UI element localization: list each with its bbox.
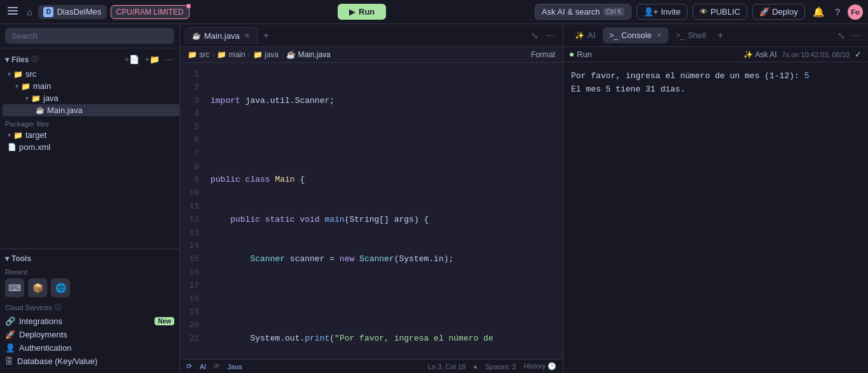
cloud-item-deployments[interactable]: 🚀 Deployments [5, 328, 174, 341]
help-button[interactable]: ? [832, 5, 843, 18]
breadcrumb-src[interactable]: 📁 src [188, 50, 209, 59]
line-num-10: 10 [180, 187, 199, 200]
recent-package-button[interactable]: 📦 [28, 278, 47, 297]
tools-section: ▾ Tools Recent ⌨ 📦 🌐 Cloud Services ⓘ [0, 248, 179, 373]
line-num-21: 21 [180, 332, 199, 346]
loading-spinner-icon: ⟳ [186, 362, 192, 370]
editor-menu-button[interactable]: ⋯ [544, 29, 558, 42]
shell-tab-label: Shell [687, 31, 706, 40]
code-line-2 [210, 134, 563, 147]
editor-tab-main-java[interactable]: ☕ Main.java ✕ [185, 27, 258, 44]
code-content[interactable]: import java.util.Scanner; public class M… [203, 63, 563, 359]
ask-ai-console-button[interactable]: ✨ Ask AI [743, 50, 777, 59]
chevron-icon: ▾ [8, 71, 11, 78]
code-line-1: import java.util.Scanner; [210, 95, 563, 108]
line-numbers: 1 2 3 4 5 6 7 8 9 10 11 12 13 14 15 16 1… [180, 63, 203, 359]
packager-tree: ▾ 📁 target 📄 pom.xml [0, 129, 179, 153]
breadcrumb-main[interactable]: 📁 main [217, 50, 245, 59]
ask-ai-console-label: Ask AI [755, 50, 777, 59]
line-num-15: 15 [180, 253, 199, 266]
tools-section-header[interactable]: ▾ Tools [0, 252, 179, 266]
files-section: ▾ Files ⓘ +📄 +📁 ⋯ ▾ 📁 src ▾ [0, 48, 179, 248]
file-tree-info-icon: ⓘ [31, 55, 38, 64]
panel-tab-shell[interactable]: >_ Shell [670, 27, 713, 43]
ask-ai-button[interactable]: Ask AI & search Ctrl K [535, 4, 631, 20]
run-icon: ▶ [349, 8, 355, 17]
run-button[interactable]: ▶ Run [338, 4, 386, 20]
ask-ai-shortcut: Ctrl K [603, 8, 624, 16]
sidebar-search-container [0, 24, 179, 48]
new-badge: New [155, 317, 174, 325]
shell-icon: >_ [676, 31, 685, 40]
notifications-button[interactable]: 🔔 [810, 5, 827, 19]
recent-globe-button[interactable]: 🌐 [51, 278, 70, 297]
run-indicator-button[interactable]: Run [570, 50, 592, 59]
deployments-icon: 🚀 [5, 330, 15, 339]
cpu-ram-label: CPU/RAM LIMITED [116, 8, 184, 17]
new-file-button[interactable]: +📄 [123, 53, 141, 65]
tree-label-main: main [33, 81, 51, 91]
chevron-icon: ▾ [15, 83, 18, 90]
public-button[interactable]: 👁 PUBLIC [692, 4, 747, 20]
line-num-19: 19 [180, 306, 199, 319]
code-editor[interactable]: 1 2 3 4 5 6 7 8 9 10 11 12 13 14 15 16 1… [180, 63, 563, 359]
panel-menu-button[interactable]: ⋯ [849, 29, 863, 42]
panel-tab-ai[interactable]: ✨ AI [568, 27, 602, 43]
line-num-13: 13 [180, 227, 199, 240]
expand-panel-button[interactable]: ⤡ [835, 29, 848, 42]
files-section-header[interactable]: ▾ Files ⓘ +📄 +📁 ⋯ [0, 51, 179, 68]
line-num-5: 5 [180, 121, 199, 134]
svg-rect-1 [8, 10, 18, 11]
tools-label: Tools [11, 254, 31, 263]
recent-terminal-button[interactable]: ⌨ [5, 278, 24, 297]
tree-item-target[interactable]: ▾ 📁 target [3, 129, 179, 141]
cloud-item-auth-left: 👤 Authentication [5, 343, 71, 353]
format-button[interactable]: Format [531, 50, 555, 59]
cloud-item-authentication[interactable]: 👤 Authentication [5, 341, 174, 355]
avatar[interactable]: Fo [848, 4, 863, 20]
tree-item-java[interactable]: ▾ 📁 java [3, 92, 179, 104]
sidebar-toggle-button[interactable] [5, 3, 20, 21]
line-num-9: 9 [180, 173, 199, 187]
cloud-item-database[interactable]: 🗄 Database (Key/Value) [5, 355, 174, 368]
line-num-16: 16 [180, 266, 199, 280]
project-badge[interactable]: D DiasDelMes [38, 5, 106, 19]
tree-item-main[interactable]: ▾ 📁 main [3, 80, 179, 92]
integrations-icon: 🔗 [5, 316, 15, 326]
tree-label-target: target [25, 130, 46, 140]
tree-label-main-java: Main.java [47, 105, 83, 115]
files-section-left: ▾ Files ⓘ [5, 55, 38, 64]
run-label: Run [359, 7, 375, 17]
invite-button[interactable]: 👤+ Invite [637, 4, 688, 20]
cloud-item-integrations[interactable]: 🔗 Integrations New [5, 315, 174, 328]
deploy-button[interactable]: 🚀 Deploy [752, 4, 804, 20]
project-icon: D [43, 7, 53, 17]
add-panel-button[interactable]: + [713, 29, 727, 43]
breadcrumb-java[interactable]: 📁 java [253, 50, 279, 59]
tree-item-pom-xml[interactable]: 📄 pom.xml [3, 141, 179, 153]
expand-editor-button[interactable]: ⤡ [528, 29, 541, 42]
cpu-ram-badge[interactable]: CPU/RAM LIMITED [111, 5, 189, 19]
console-output: Por favor, ingresa el número de un mes (… [563, 62, 868, 373]
panel-tab-console[interactable]: >_ Console ✕ [603, 27, 668, 43]
search-input[interactable] [5, 28, 174, 44]
tree-item-main-java[interactable]: ☕ Main.java [3, 104, 179, 116]
line-num-3: 3 [180, 95, 199, 108]
cloud-item-label-db: Database (Key/Value) [17, 356, 97, 366]
new-folder-button[interactable]: +📁 [143, 53, 161, 65]
topbar-right: Ask AI & search Ctrl K 👤+ Invite 👁 PUBLI… [535, 4, 863, 20]
home-button[interactable]: ⌂ [24, 4, 34, 20]
chevron-icon: ▾ [25, 95, 29, 102]
add-tab-button[interactable]: + [259, 29, 273, 43]
tree-item-src[interactable]: ▾ 📁 src [3, 68, 179, 80]
tab-close-button[interactable]: ✕ [243, 32, 251, 40]
breadcrumb-current-file: ☕ Main.java [286, 50, 331, 59]
console-line-1: Por favor, ingresa el número de un mes (… [571, 70, 860, 83]
database-icon: 🗄 [5, 356, 13, 366]
java-tab-icon: ☕ [192, 32, 201, 40]
deploy-label: Deploy [772, 7, 797, 17]
tab-actions: ⤡ ⋯ [528, 29, 558, 42]
files-menu-button[interactable]: ⋯ [163, 53, 174, 65]
cloud-item-db-left: 🗄 Database (Key/Value) [5, 356, 97, 366]
console-tab-close-button[interactable]: ✕ [656, 31, 662, 39]
